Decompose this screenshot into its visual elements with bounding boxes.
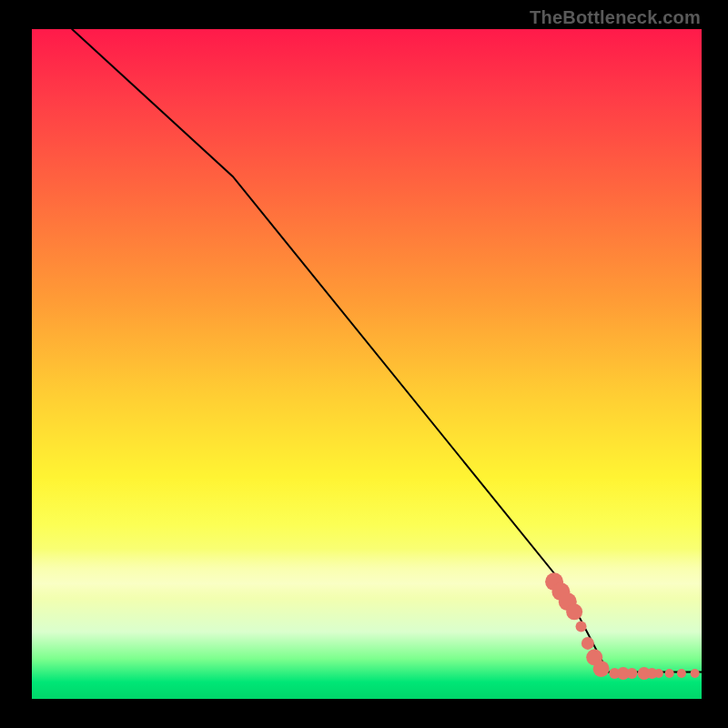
marker-points-diagonal [593, 661, 610, 677]
marker-points-diagonal [566, 603, 582, 620]
chart-container: TheBottleneck.com [0, 0, 728, 728]
chart-svg [32, 29, 702, 699]
marker-points-bottom [677, 669, 686, 678]
plot-area [30, 27, 703, 701]
marker-points-bottom [654, 669, 663, 678]
marker-points-diagonal [581, 637, 594, 650]
marker-points-diagonal [576, 622, 587, 632]
marker-points-bottom [626, 668, 637, 679]
marker-points-bottom [691, 669, 700, 678]
series-curve [72, 29, 702, 672]
attribution-text: TheBottleneck.com [530, 7, 701, 28]
marker-points-bottom [665, 669, 674, 678]
